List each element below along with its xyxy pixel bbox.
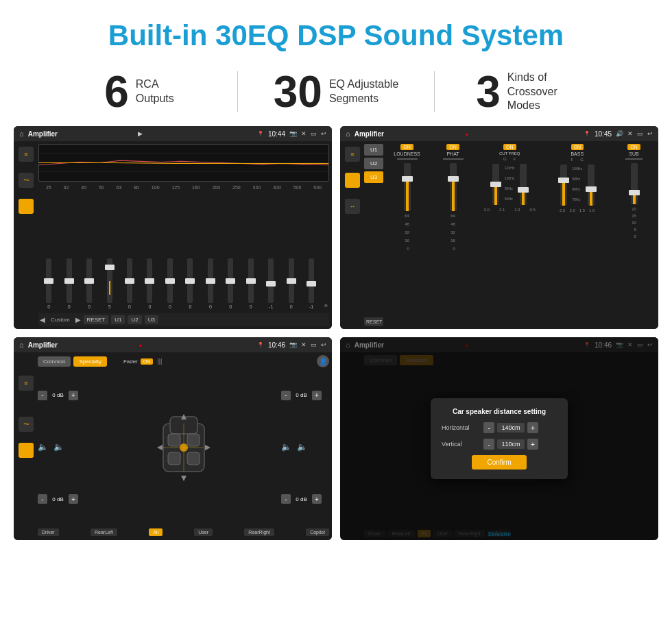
eq-slider-12[interactable]: 0 <box>282 258 300 309</box>
fader-right-controls: - 0 dB + 🔈 🔈 - 0 dB + <box>281 369 329 525</box>
horizontal-value-box: - 140cm + <box>483 422 557 433</box>
x-icon-3[interactable]: ✕ <box>301 341 307 348</box>
fader-rearleft-btn[interactable]: RearLeft <box>91 528 117 536</box>
eq-slider-2[interactable]: 0 <box>80 258 98 309</box>
eq-slider-6[interactable]: 0 <box>161 258 179 309</box>
eq-sidebar-wave-icon[interactable]: 〜 <box>19 173 34 188</box>
svg-marker-13 <box>181 476 187 481</box>
fader-copilot-btn[interactable]: Copilot <box>306 528 329 536</box>
db-minus-bl[interactable]: - <box>38 494 47 504</box>
sub-group: ON SUB 20151050 <box>612 144 656 251</box>
bass-f-slider[interactable] <box>560 164 567 206</box>
distance-dialog: Car speaker distance setting Horizontal … <box>431 398 568 479</box>
db-minus-tl[interactable]: - <box>38 391 47 400</box>
db-plus-br[interactable]: + <box>312 494 322 504</box>
x-icon[interactable]: ✕ <box>301 130 307 137</box>
db-minus-br[interactable]: - <box>281 494 291 504</box>
eq-slider-3[interactable]: 5 <box>100 258 118 309</box>
bass-toggle[interactable]: ON <box>571 144 584 150</box>
eq-sidebar-arrow-icon[interactable]: ↔ <box>19 199 34 214</box>
crossover-u3-btn[interactable]: U3 <box>364 171 383 183</box>
fader-driver-btn[interactable]: Driver <box>38 528 59 536</box>
window-icon[interactable]: ▭ <box>311 130 317 137</box>
back-icon[interactable]: ↩ <box>321 130 326 137</box>
fader-user-btn[interactable]: User <box>194 528 213 536</box>
eq-u3-btn[interactable]: U3 <box>145 315 158 324</box>
fader-all-btn[interactable]: All <box>149 528 163 536</box>
eq-slider-5[interactable]: 0 <box>141 258 158 309</box>
next-icon[interactable]: ▶ <box>75 316 81 324</box>
expand-icon[interactable]: » <box>324 302 328 309</box>
prev-icon[interactable]: ◀ <box>40 316 45 324</box>
loudness-slider[interactable] <box>404 163 411 211</box>
horizontal-plus-btn[interactable]: + <box>527 422 538 433</box>
eq-slider-9[interactable]: 0 <box>221 258 239 309</box>
eq-slider-1[interactable]: 0 <box>60 258 77 309</box>
db-plus-bl[interactable]: + <box>69 494 78 504</box>
speaker-icon-right: 🔈 🔈 <box>281 442 329 452</box>
sub-slider[interactable] <box>631 163 638 204</box>
crossover-eq-icon[interactable]: ≡ <box>345 147 360 162</box>
cutfreq-f-slider[interactable] <box>520 164 527 205</box>
crossover-reset-btn[interactable]: RESET <box>364 317 383 326</box>
sub-toggle[interactable]: ON <box>627 144 640 150</box>
eq-u2-btn[interactable]: U2 <box>128 315 141 324</box>
camera-icon[interactable]: 📷 <box>289 130 297 137</box>
eq-slider-10[interactable]: 0 <box>242 258 260 309</box>
eq-slider-8[interactable]: 0 <box>202 258 219 309</box>
stat-rca: 6 RCA Outputs <box>41 70 237 114</box>
loudness-toggle[interactable]: ON <box>400 144 413 150</box>
back-icon-3[interactable]: ↩ <box>321 341 326 348</box>
eq-slider-4[interactable]: 0 <box>121 258 139 309</box>
fader-specialty-tab[interactable]: Specialty <box>73 356 106 367</box>
bass-g-slider[interactable] <box>588 164 595 206</box>
stat-crossover: 3 Kinds of Crossover Modes <box>435 70 631 114</box>
volume-icon[interactable]: 🔊 <box>616 130 623 137</box>
window-icon-2[interactable]: ▭ <box>637 130 643 137</box>
back-icon-2[interactable]: ↩ <box>647 130 653 137</box>
fader-arrow-icon[interactable]: ↔ <box>19 443 34 458</box>
db-minus-tr[interactable]: - <box>281 391 291 400</box>
fader-left-controls: - 0 dB + 🔈 🔈 - 0 dB + <box>38 369 86 525</box>
phat-toggle[interactable]: ON <box>446 144 459 150</box>
eq-slider-7[interactable]: 0 <box>181 258 199 309</box>
horizontal-minus-btn[interactable]: - <box>483 422 494 433</box>
cutfreq-g-slider[interactable] <box>492 164 499 205</box>
camera-icon-2[interactable]: 📷 <box>289 341 297 348</box>
car-diagram-svg <box>153 410 215 485</box>
fader-wave-icon[interactable]: 〜 <box>19 417 34 432</box>
fader-rearright-btn[interactable]: RearRight <box>244 528 274 536</box>
fader-on-toggle[interactable]: ON <box>141 358 154 365</box>
crossover-u1-btn[interactable]: U1 <box>364 144 383 156</box>
phat-slider[interactable] <box>450 163 457 211</box>
cutfreq-toggle[interactable]: ON <box>503 144 516 150</box>
crossover-arrow-icon[interactable]: ↔ <box>345 199 360 214</box>
db-plus-tl[interactable]: + <box>69 391 78 400</box>
crossover-u2-btn[interactable]: U2 <box>364 158 383 169</box>
home-icon-2[interactable]: ⌂ <box>346 130 350 138</box>
window-icon-3[interactable]: ▭ <box>311 341 317 348</box>
fader-common-tab[interactable]: Common <box>38 356 71 367</box>
db-plus-tr[interactable]: + <box>312 391 322 400</box>
confirm-button[interactable]: Confirm <box>472 455 527 470</box>
stat-rca-number: 6 <box>104 70 129 114</box>
eq-slider-0[interactable]: 0 <box>40 258 58 309</box>
fader-eq-icon[interactable]: ≡ <box>19 376 34 391</box>
vertical-label: Vertical <box>442 441 479 448</box>
stats-row: 6 RCA Outputs 30 EQ Adjustable Segments … <box>0 64 672 126</box>
eq-slider-13[interactable]: -1 <box>302 258 320 309</box>
play-icon[interactable]: ▶ <box>138 130 143 137</box>
eq-sidebar-eq-icon[interactable]: ≡ <box>19 147 34 162</box>
vertical-minus-btn[interactable]: - <box>483 439 494 450</box>
x-icon-2[interactable]: ✕ <box>627 130 633 137</box>
eq-bottom-bar: ◀ Custom ▶ RESET U1 U2 U3 <box>38 313 329 326</box>
vertical-plus-btn[interactable]: + <box>527 439 538 450</box>
eq-slider-11[interactable]: -1 <box>262 258 280 309</box>
home-icon[interactable]: ⌂ <box>19 130 24 138</box>
home-icon-3[interactable]: ⌂ <box>19 341 24 349</box>
bass-sliders: 100Hz90Hz80Hz70Hz <box>560 163 595 207</box>
eq-u1-btn[interactable]: U1 <box>111 315 125 324</box>
fader-content: ≡ 〜 ↔ Common Specialty Fader ON ||| 👤 - <box>14 352 332 540</box>
crossover-wave-icon[interactable]: 〜 <box>345 173 360 188</box>
eq-reset-btn[interactable]: RESET <box>84 315 109 324</box>
